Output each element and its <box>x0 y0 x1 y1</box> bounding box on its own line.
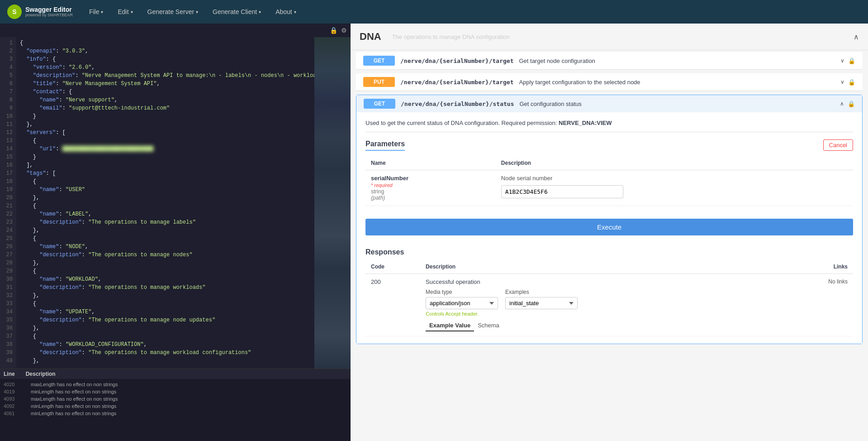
media-type-label: Media type <box>426 289 498 295</box>
chevron-down-icon: ▾ <box>196 10 198 14</box>
method-badge-put: PUT <box>363 77 395 87</box>
error-list: 4020 maxLength has no effect on non stri… <box>0 379 351 441</box>
navbar: S Swagger Editor powered by SMARTBEAR Fi… <box>0 0 868 24</box>
code-editor[interactable]: 12345 678910 1112131415 1617181920 21222… <box>0 37 351 369</box>
examples-group: Examples initial_state <box>505 289 578 316</box>
list-item: 4061 minLength has no effect on non stri… <box>0 410 351 417</box>
chevron-down-icon: ▾ <box>294 10 296 14</box>
col-description: Description <box>496 156 853 170</box>
settings-icon[interactable]: ⚙ <box>341 27 347 34</box>
tab-schema[interactable]: Schema <box>474 320 503 331</box>
endpoint-path: /nerve/dna/{serialNumber}/status <box>401 101 514 107</box>
logo: S Swagger Editor powered by SMARTBEAR <box>7 5 73 19</box>
nav-about[interactable]: About ▾ <box>270 5 302 18</box>
dna-section-header: DNA The operations to manage DNA configu… <box>351 24 868 50</box>
response-code: 200 <box>365 274 420 336</box>
execute-button[interactable]: Execute <box>365 219 853 235</box>
param-required: * required <box>371 182 393 188</box>
col-description: Description <box>420 260 785 274</box>
endpoint-path: /nerve/dna/{serialNumber}/target <box>400 79 513 86</box>
param-type: string <box>371 188 490 195</box>
chevron-down-icon: ▾ <box>101 10 103 14</box>
nav-generate-client[interactable]: Generate Client ▾ <box>207 5 266 18</box>
col-name: Name <box>365 156 496 170</box>
endpoint-put-target[interactable]: PUT /nerve/dna/{serialNumber}/target App… <box>356 73 863 91</box>
col-links: Links <box>785 260 853 274</box>
parameters-title: Parameters <box>365 140 405 151</box>
swagger-pane: DNA The operations to manage DNA configu… <box>351 24 868 441</box>
swagger-logo-icon: S <box>7 5 22 19</box>
table-row: 200 Successful operation Media type appl… <box>365 274 853 336</box>
lock-icon[interactable]: 🔒 <box>330 27 337 34</box>
cancel-button[interactable]: Cancel <box>823 139 853 151</box>
param-location: (path) <box>371 195 490 201</box>
app-name: Swagger Editor <box>25 6 73 13</box>
chevron-down-icon: ∨ <box>840 58 844 64</box>
chevron-down-icon: ▾ <box>131 10 133 14</box>
media-type-group: Media type application/json Controls Acc… <box>426 289 498 316</box>
line-numbers: 12345 678910 1112131415 1617181920 21222… <box>0 37 16 369</box>
nav-generate-server[interactable]: Generate Server ▾ <box>142 5 204 18</box>
responses-title: Responses <box>365 248 853 256</box>
param-name: serialNumber <box>371 175 490 182</box>
endpoint-path: /nerve/dna/{serialNumber}/target <box>400 58 513 64</box>
lock-icon: 🔒 <box>848 101 855 107</box>
controls-text: Controls Accept header. <box>426 311 498 316</box>
nav-file[interactable]: File ▾ <box>84 5 109 18</box>
endpoint-get-status: GET /nerve/dna/{serialNumber}/status Get… <box>356 95 863 344</box>
serial-number-input[interactable] <box>501 185 623 198</box>
response-description: Successful operation <box>426 278 780 285</box>
parameters-table: Name Description serialNumber * required <box>365 156 853 206</box>
table-row: serialNumber * required string (path) No… <box>365 170 853 206</box>
col-code: Code <box>365 260 420 274</box>
schema-tabs: Example Value Schema <box>426 320 780 331</box>
method-badge-get: GET <box>363 56 395 66</box>
status-endpoint-body: Used to get the current status of DNA co… <box>356 112 862 344</box>
section-desc: The operations to manage DNA configurati… <box>392 34 510 40</box>
error-header: Line Description <box>0 369 351 379</box>
app-sub: powered by SMARTBEAR <box>25 13 73 17</box>
endpoint-description: Used to get the current status of DNA co… <box>365 120 853 132</box>
lock-icon: 🔒 <box>848 58 855 64</box>
responses-table: Code Description Links 200 Successful op… <box>365 260 853 336</box>
chevron-down-icon: ∨ <box>840 79 844 85</box>
nav-edit[interactable]: Edit ▾ <box>112 5 138 18</box>
chevron-up-icon: ∧ <box>840 101 844 107</box>
permission-text: NERVE_DNA:VIEW <box>559 120 612 126</box>
param-description: Node serial number <box>501 175 848 182</box>
endpoint-summary: Apply target configuration to the select… <box>519 79 840 86</box>
main-layout: 🔒 ⚙ 12345 678910 1112131415 1617181920 2… <box>0 24 868 441</box>
editor-pane: 🔒 ⚙ 12345 678910 1112131415 1617181920 2… <box>0 24 351 441</box>
chevron-down-icon: ▾ <box>259 10 261 14</box>
list-item: 4092 minLength has no effect on non stri… <box>0 403 351 410</box>
examples-select[interactable]: initial_state <box>505 297 578 309</box>
error-desc-col: Description <box>26 371 56 377</box>
examples-label: Examples <box>505 289 578 295</box>
minimap <box>314 37 351 369</box>
tab-example-value[interactable]: Example Value <box>426 320 474 331</box>
list-item: 4020 maxLength has no effect on non stri… <box>0 381 351 388</box>
editor-toolbar: 🔒 ⚙ <box>0 24 351 37</box>
list-item: 4093 maxLength has no effect on non stri… <box>0 395 351 403</box>
error-line-col: Line <box>4 371 15 377</box>
error-panel: Line Description 4020 maxLength has no e… <box>0 369 351 441</box>
lock-icon: 🔒 <box>848 79 855 86</box>
status-endpoint-header[interactable]: GET /nerve/dna/{serialNumber}/status Get… <box>356 95 862 112</box>
section-title: DNA <box>360 31 381 43</box>
code-content[interactable]: { "openapi": "3.0.3", "info": { "version… <box>16 37 314 369</box>
media-type-select[interactable]: application/json <box>426 297 498 309</box>
endpoint-summary: Get target node configuration <box>519 58 840 64</box>
collapse-icon[interactable]: ∧ <box>854 33 859 41</box>
endpoint-summary: Get configuration status <box>519 101 840 107</box>
method-badge-get: GET <box>364 99 395 109</box>
endpoint-get-target[interactable]: GET /nerve/dna/{serialNumber}/target Get… <box>356 52 863 70</box>
response-links: No links <box>785 274 853 336</box>
list-item: 4019 minLength has no effect on non stri… <box>0 388 351 395</box>
